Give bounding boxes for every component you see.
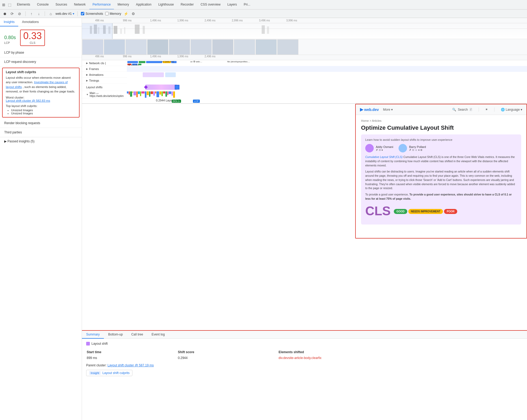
- tab-pri[interactable]: Pri...: [241, 0, 253, 10]
- svg-rect-51: [161, 91, 163, 96]
- tab-console[interactable]: Console: [34, 0, 52, 10]
- layout-shift-label-row: 0.2944 Layout shift DCL ▷ LCP: [82, 98, 527, 104]
- cell-start-time: 899 ms: [87, 356, 177, 360]
- svg-rect-44: [147, 91, 149, 95]
- timeline-minimap[interactable]: [82, 23, 527, 39]
- devtools-icon[interactable]: ⊞: [1, 2, 6, 7]
- more-link[interactable]: More ▾: [383, 108, 393, 111]
- tab-insights[interactable]: Insights: [0, 18, 18, 26]
- cls-label: CLS: [23, 41, 42, 44]
- record-button[interactable]: ⏺: [2, 11, 7, 16]
- svg-rect-48: [155, 91, 156, 94]
- worst-cluster-link[interactable]: Layout shift cluster @ 582.83 ms: [6, 99, 50, 102]
- devtools-tab-bar: ⊞ ⬚ Elements Console Sources Network Per…: [0, 0, 527, 10]
- download-button[interactable]: ↓: [36, 11, 41, 16]
- sun-icon: ☀: [485, 108, 488, 111]
- svg-rect-45: [149, 91, 150, 97]
- cls-metric-box: 0.33 CLS: [20, 30, 45, 46]
- reload-record-button[interactable]: ⟳: [10, 11, 15, 16]
- track-timings: ▶ Timings: [82, 78, 527, 83]
- tab-network[interactable]: Network: [71, 0, 89, 10]
- tab-layers[interactable]: Layers: [224, 0, 240, 10]
- tab-lighthouse[interactable]: Lighthouse: [155, 0, 177, 10]
- author-2-avatar: [399, 144, 407, 152]
- tab-performance[interactable]: Performance: [89, 0, 114, 10]
- svg-rect-30: [127, 78, 527, 83]
- animations-expand-icon[interactable]: ▶: [86, 73, 88, 76]
- tab-memory[interactable]: Memory: [114, 0, 132, 10]
- cls-rating-buttons: GOOD NEEDS IMPROVEMENT POOR: [394, 209, 457, 214]
- tab-summary[interactable]: Summary: [82, 331, 104, 339]
- toolbar: ⏺ ⟳ ⊘ ↑ ↓ ⌂ web.dev #1 ▾ Screenshots Mem…: [0, 10, 527, 18]
- track-main-content: [127, 91, 527, 98]
- insight-third-parties[interactable]: Third parties: [0, 128, 82, 137]
- main-layout: Insights Annotations 0.80s LCP 0.33 CLS: [0, 18, 527, 420]
- screenshots-checkbox-label[interactable]: Screenshots: [81, 12, 103, 16]
- screenshot-1: [82, 39, 103, 55]
- insight-render-blocking[interactable]: Render blocking requests: [0, 119, 82, 128]
- clear-button[interactable]: ⊘: [17, 11, 22, 16]
- track-frames-content: [127, 66, 527, 72]
- bottom-panel: Summary Bottom-up Call tree Event log La…: [82, 330, 527, 420]
- svg-rect-15: [127, 61, 138, 63]
- screenshots-checkbox[interactable]: [81, 12, 84, 15]
- tab-recorder[interactable]: Recorder: [178, 0, 197, 10]
- tab-annotations[interactable]: Annotations: [18, 18, 42, 26]
- throttle-button[interactable]: ⚡: [123, 11, 128, 16]
- track-network-label: ▶ Network cls (: [82, 62, 127, 65]
- timings-expand-icon[interactable]: ▶: [86, 79, 88, 82]
- tab-event-log[interactable]: Event log: [147, 331, 169, 339]
- network-expand-icon[interactable]: ▶: [86, 62, 88, 64]
- tab-bottom-up[interactable]: Bottom-up: [104, 331, 127, 339]
- author-1-name: Addy Osmani: [376, 145, 393, 148]
- col-elements: Elements shifted: [279, 349, 522, 355]
- tab-dropdown-icon[interactable]: ▾: [73, 12, 74, 16]
- main-track-svg: [127, 91, 527, 98]
- tick-996: 996 ms: [123, 19, 132, 22]
- svg-rect-31: [145, 85, 177, 90]
- svg-rect-10: [143, 26, 145, 34]
- author-1-icons: ✗ ⊙ ♦: [376, 148, 393, 151]
- svg-rect-39: [136, 91, 138, 97]
- insight-bottom-label: Layout shift culprits: [102, 371, 130, 375]
- tick-2496: 2,496 ms: [205, 19, 215, 22]
- tab-call-tree[interactable]: Call tree: [127, 331, 147, 339]
- nav-separator2: [494, 108, 494, 112]
- passed-insights[interactable]: ▶ Passed insights (5): [0, 137, 82, 145]
- tick-2996: 2,996 ms: [232, 19, 243, 22]
- preview-and-bottom: ▶ web.dev More ▾ 🔍 Search /: [82, 104, 527, 420]
- cls-value: 0.33: [23, 31, 42, 41]
- insight-bottom-box[interactable]: Insight Layout shift culprits: [86, 370, 132, 376]
- memory-checkbox-label[interactable]: Memory: [105, 12, 121, 16]
- track-layout-shifts-content[interactable]: [127, 83, 527, 91]
- svg-rect-53: [165, 91, 167, 97]
- insight-layout-shift-culprits[interactable]: Layout shift culprits Layout shifts occu…: [2, 68, 80, 118]
- tick2-2496: 2,496 ms: [205, 55, 215, 58]
- home-button[interactable]: ⌂: [48, 11, 53, 16]
- insight-lcp-request[interactable]: LCP request discovery: [0, 57, 82, 67]
- highlight-text: To provide a good user experience,: [365, 193, 409, 196]
- tick-3996: 3,996 ms: [286, 19, 297, 22]
- tab-elements[interactable]: Elements: [14, 0, 33, 10]
- webpage-lang[interactable]: 🌐 Language ▾: [501, 108, 522, 111]
- svg-rect-16: [139, 61, 145, 63]
- parent-cluster-link[interactable]: Layout shift cluster @ 587.19 ms: [108, 363, 154, 367]
- upload-button[interactable]: ↑: [29, 11, 34, 16]
- svg-rect-29: [165, 72, 176, 77]
- tab-sources[interactable]: Sources: [52, 0, 70, 10]
- tab-css-overview[interactable]: CSS overview: [197, 0, 224, 10]
- animations-bars: [127, 72, 527, 78]
- table-row: 899 ms 0.2944 div.devsite-article-body.c…: [87, 356, 522, 360]
- main-expand-icon[interactable]: ▼: [86, 93, 89, 96]
- detach-icon[interactable]: ⬚: [7, 2, 12, 7]
- frames-expand-icon[interactable]: ▶: [86, 68, 88, 70]
- timeline-ruler-top: 496 ms 996 ms 1,496 ms 1,996 ms 2,496 ms…: [82, 18, 527, 23]
- settings-button[interactable]: ⚙: [131, 11, 136, 16]
- tab-application[interactable]: Application: [133, 0, 155, 10]
- cls-big-label: CLS: [365, 204, 391, 218]
- insight-lcp-by-phase[interactable]: LCP by phase: [0, 48, 82, 57]
- screenshot-9: [256, 39, 277, 55]
- memory-checkbox[interactable]: [105, 12, 109, 15]
- svg-rect-47: [153, 91, 155, 96]
- worst-cluster: Worst cluster: Layout shift cluster @ 58…: [6, 96, 76, 102]
